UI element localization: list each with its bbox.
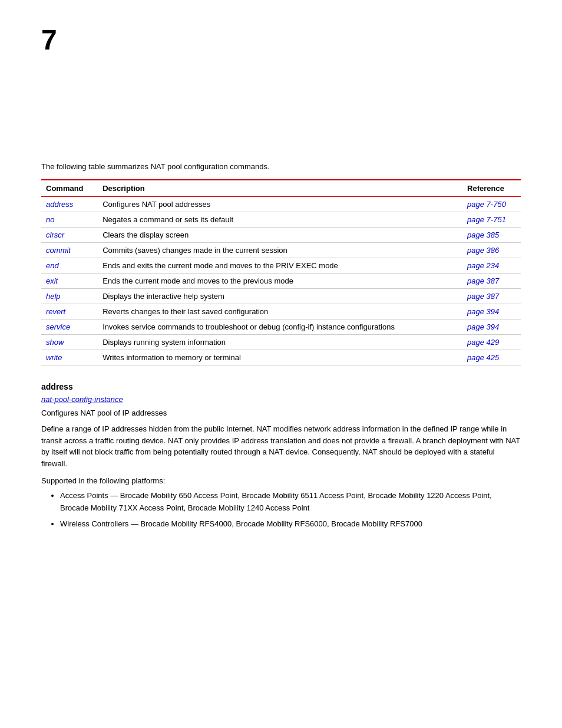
command-description: Ends and exits the current mode and move… [98, 258, 462, 274]
command-link[interactable]: revert [46, 307, 65, 316]
address-heading: address [41, 382, 521, 391]
table-row: addressConfigures NAT pool addressespage… [41, 197, 521, 212]
command-reference[interactable]: page 234 [467, 261, 499, 270]
platform-item: Wireless Controllers — Brocade Mobility … [60, 518, 521, 531]
chapter-number: 7 [41, 24, 521, 56]
command-description: Writes information to memory or terminal [98, 350, 462, 365]
intro-text: The following table summarizes NAT pool … [41, 162, 521, 171]
table-row: revertReverts changes to their last save… [41, 304, 521, 319]
page-container: 7 The following table summarizes NAT poo… [0, 0, 562, 557]
command-link[interactable]: no [46, 215, 54, 224]
command-link[interactable]: write [46, 353, 62, 362]
command-reference[interactable]: page 394 [467, 322, 499, 331]
command-link[interactable]: clrscr [46, 230, 64, 239]
command-description: Invokes service commands to troubleshoot… [98, 319, 462, 335]
col-header-command: Command [41, 180, 98, 197]
command-link[interactable]: service [46, 322, 70, 331]
command-description: Configures NAT pool addresses [98, 197, 462, 212]
col-header-description: Description [98, 180, 462, 197]
table-row: endEnds and exits the current mode and m… [41, 258, 521, 274]
table-row: clrscrClears the display screenpage 385 [41, 228, 521, 243]
table-row: noNegates a command or sets its defaultp… [41, 212, 521, 228]
command-description: Clears the display screen [98, 228, 462, 243]
table-row: commitCommits (saves) changes made in th… [41, 243, 521, 258]
command-description: Displays running system information [98, 335, 462, 350]
table-row: serviceInvokes service commands to troub… [41, 319, 521, 335]
platforms-intro: Supported in the following platforms: [41, 476, 521, 485]
command-reference[interactable]: page 394 [467, 307, 499, 316]
commands-table: Command Description Reference addressCon… [41, 179, 521, 365]
command-description: Negates a command or sets its default [98, 212, 462, 228]
mode-link[interactable]: nat-pool-config-instance [41, 395, 521, 404]
platforms-list: Access Points — Brocade Mobility 650 Acc… [60, 490, 521, 530]
command-reference[interactable]: page 387 [467, 292, 499, 301]
table-header-row: Command Description Reference [41, 180, 521, 197]
command-description: Commits (saves) changes made in the curr… [98, 243, 462, 258]
command-reference[interactable]: page 385 [467, 230, 499, 239]
command-reference[interactable]: page 7-751 [467, 215, 506, 224]
table-row: helpDisplays the interactive help system… [41, 289, 521, 304]
command-reference[interactable]: page 387 [467, 276, 499, 285]
col-header-reference: Reference [462, 180, 521, 197]
command-description: Reverts changes to their last saved conf… [98, 304, 462, 319]
command-description: Displays the interactive help system [98, 289, 462, 304]
section-subtitle: Configures NAT pool of IP addresses [41, 409, 521, 417]
command-link[interactable]: end [46, 261, 59, 270]
command-link[interactable]: exit [46, 276, 58, 285]
command-link[interactable]: commit [46, 246, 71, 255]
command-reference[interactable]: page 425 [467, 353, 499, 362]
command-link[interactable]: help [46, 292, 61, 301]
command-link[interactable]: show [46, 338, 64, 347]
command-reference[interactable]: page 386 [467, 246, 499, 255]
command-description: Ends the current mode and moves to the p… [98, 274, 462, 289]
command-link[interactable]: address [46, 200, 73, 209]
command-reference[interactable]: page 429 [467, 338, 499, 347]
command-reference[interactable]: page 7-750 [467, 200, 506, 209]
body-text: Define a range of IP addresses hidden fr… [41, 423, 521, 469]
table-row: showDisplays running system informationp… [41, 335, 521, 350]
table-row: exitEnds the current mode and moves to t… [41, 274, 521, 289]
platform-item: Access Points — Brocade Mobility 650 Acc… [60, 490, 521, 515]
table-row: writeWrites information to memory or ter… [41, 350, 521, 365]
